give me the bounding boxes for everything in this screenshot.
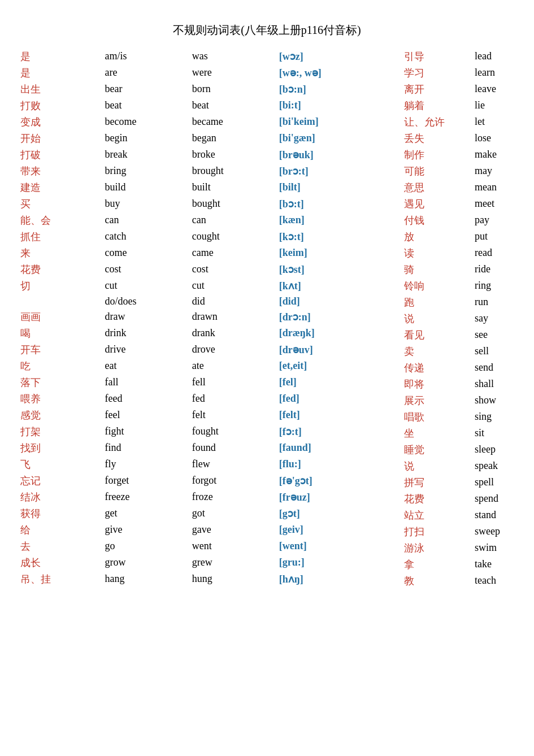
cell-zh: 飞 xyxy=(17,456,102,472)
cell-zh: 是 xyxy=(17,64,102,81)
cell-en2: pay xyxy=(471,212,517,228)
cell-base: bring xyxy=(102,163,189,179)
table-row: 拼写spell xyxy=(393,474,517,490)
cell-zh: 来 xyxy=(17,245,102,261)
cell-en2: show xyxy=(471,392,517,409)
table-row: 能、会cancan[kæn] xyxy=(17,212,387,228)
cell-zh2: 睡觉 xyxy=(393,441,471,458)
cell-past: drank xyxy=(189,325,276,341)
cell-en2: shall xyxy=(471,376,517,392)
cell-past: got xyxy=(189,505,276,522)
cell-zh: 切 xyxy=(17,277,102,294)
cell-zh2: 看见 xyxy=(393,327,471,343)
left-column: 是am/iswas[wɔz]是arewere[wə:, wə]出生bearbor… xyxy=(17,48,387,589)
cell-past: fed xyxy=(189,390,276,407)
cell-zh2: 花费 xyxy=(393,490,471,507)
cell-past: bought xyxy=(189,195,276,212)
cell-phonetic: [felt] xyxy=(276,407,387,423)
cell-past: forgot xyxy=(189,472,276,489)
cell-en2: leave xyxy=(471,81,517,97)
table-row: 开车drivedrove[drəuv] xyxy=(17,341,387,358)
table-row: 睡觉sleep xyxy=(393,441,517,458)
cell-zh: 能、会 xyxy=(17,212,102,228)
cell-zh2: 躺着 xyxy=(393,97,471,114)
cell-phonetic: [bi:t] xyxy=(276,97,387,114)
cell-zh2: 离开 xyxy=(393,81,471,97)
table-row: 站立stand xyxy=(393,507,517,523)
cell-base: freeze xyxy=(102,489,189,505)
cell-base: hang xyxy=(102,571,189,587)
cell-phonetic: [bi'keim] xyxy=(276,114,387,130)
cell-phonetic: [fel] xyxy=(276,374,387,390)
cell-base: fall xyxy=(102,374,189,390)
table-row: 说speak xyxy=(393,458,517,474)
cell-past: born xyxy=(189,81,276,97)
table-row: 花费spend xyxy=(393,490,517,507)
cell-past: cost xyxy=(189,261,276,277)
cell-en2: speak xyxy=(471,458,517,474)
table-row: 买buybought[bɔ:t] xyxy=(17,195,387,212)
cell-past: did xyxy=(189,294,276,309)
cell-en2: spend xyxy=(471,490,517,507)
cell-zh2: 铃响 xyxy=(393,277,471,294)
cell-past: drawn xyxy=(189,309,276,325)
cell-en2: sweep xyxy=(471,523,517,540)
table-row: 唱歌sing xyxy=(393,409,517,425)
cell-phonetic: [went] xyxy=(276,538,387,554)
cell-base: feel xyxy=(102,407,189,423)
cell-zh2: 教 xyxy=(393,572,471,589)
cell-base: give xyxy=(102,522,189,538)
table-row: 获得getgot[gɔt] xyxy=(17,505,387,522)
cell-base: drive xyxy=(102,341,189,358)
cell-past: can xyxy=(189,212,276,228)
cell-zh: 喝 xyxy=(17,325,102,341)
cell-zh2: 游泳 xyxy=(393,540,471,556)
cell-past: broke xyxy=(189,146,276,163)
cell-zh: 感觉 xyxy=(17,407,102,423)
table-row: 落下fallfell[fel] xyxy=(17,374,387,390)
cell-phonetic: [hʌŋ] xyxy=(276,571,387,587)
cell-base: begin xyxy=(102,130,189,146)
cell-phonetic: [bɔ:t] xyxy=(276,195,387,212)
cell-phonetic: [et,eit] xyxy=(276,358,387,374)
page-title: 不规则动词表(八年级上册p116付音标) xyxy=(17,23,517,38)
cell-en2: sing xyxy=(471,409,517,425)
cell-past: cut xyxy=(189,277,276,294)
cell-past: gave xyxy=(189,522,276,538)
table-row: 卖sell xyxy=(393,343,517,359)
cell-phonetic: [fed] xyxy=(276,390,387,407)
cell-base: do/does xyxy=(102,294,189,309)
table-row: 躺着lie xyxy=(393,97,517,114)
cell-zh: 打架 xyxy=(17,423,102,440)
table-row: 可能may xyxy=(393,163,517,179)
cell-past: went xyxy=(189,538,276,554)
cell-past: ate xyxy=(189,358,276,374)
cell-en2: lead xyxy=(471,48,517,64)
cell-zh2: 引导 xyxy=(393,48,471,64)
cell-zh2: 说 xyxy=(393,310,471,327)
cell-zh2: 打扫 xyxy=(393,523,471,540)
cell-base: fly xyxy=(102,456,189,472)
cell-zh: 抓住 xyxy=(17,228,102,245)
cell-zh2: 坐 xyxy=(393,425,471,441)
cell-zh2: 学习 xyxy=(393,64,471,81)
table-row: 画画drawdrawn[drɔ:n] xyxy=(17,309,387,325)
cell-past: felt xyxy=(189,407,276,423)
cell-base: come xyxy=(102,245,189,261)
cell-base: break xyxy=(102,146,189,163)
table-row: 展示show xyxy=(393,392,517,409)
cell-past: cought xyxy=(189,228,276,245)
cell-base: grow xyxy=(102,554,189,571)
cell-past: fought xyxy=(189,423,276,440)
cell-zh2: 让、允许 xyxy=(393,114,471,130)
cell-zh2: 站立 xyxy=(393,507,471,523)
cell-base: beat xyxy=(102,97,189,114)
cell-base: drink xyxy=(102,325,189,341)
table-row: 忘记forgetforgot[fə'gɔt] xyxy=(17,472,387,489)
cell-zh: 找到 xyxy=(17,440,102,456)
cell-phonetic: [brɔ:t] xyxy=(276,163,387,179)
table-row: 带来bringbrought[brɔ:t] xyxy=(17,163,387,179)
cell-base: become xyxy=(102,114,189,130)
cell-phonetic: [faund] xyxy=(276,440,387,456)
cell-past: were xyxy=(189,64,276,81)
